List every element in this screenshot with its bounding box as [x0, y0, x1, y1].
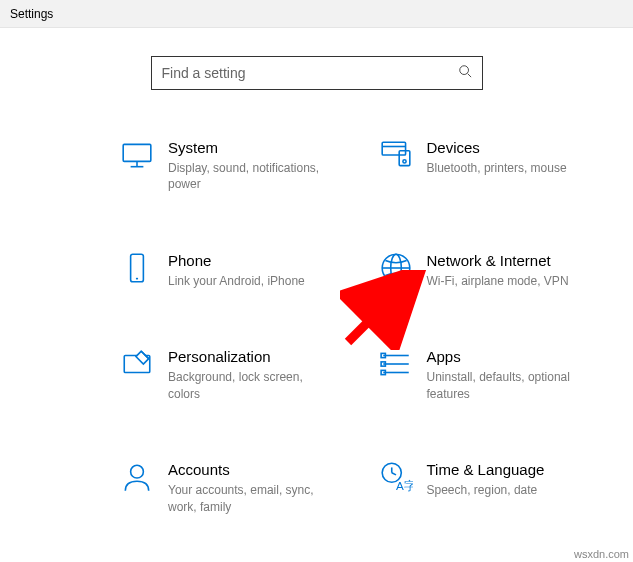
svg-text:A字: A字	[396, 479, 413, 492]
category-text: Network & Internet Wi-Fi, airplane mode,…	[427, 251, 569, 289]
title-bar: Settings	[0, 0, 633, 28]
devices-icon	[379, 138, 413, 172]
apps-icon	[379, 347, 413, 381]
category-text: Time & Language Speech, region, date	[427, 460, 545, 515]
category-phone[interactable]: Phone Link your Android, iPhone	[120, 251, 339, 289]
svg-rect-9	[131, 254, 144, 282]
category-text: Phone Link your Android, iPhone	[168, 251, 305, 289]
phone-icon	[120, 251, 154, 285]
category-desc: Bluetooth, printers, mouse	[427, 160, 567, 177]
search-input[interactable]	[152, 65, 448, 81]
category-desc: Wi-Fi, airplane mode, VPN	[427, 273, 569, 290]
category-devices[interactable]: Devices Bluetooth, printers, mouse	[379, 138, 598, 193]
category-text: Personalization Background, lock screen,…	[168, 347, 328, 402]
category-apps[interactable]: Apps Uninstall, defaults, optional featu…	[379, 347, 598, 402]
category-text: System Display, sound, notifications, po…	[168, 138, 328, 193]
category-time[interactable]: A字 Time & Language Speech, region, date	[379, 460, 598, 515]
svg-line-25	[391, 473, 395, 475]
svg-rect-5	[382, 142, 405, 155]
categories-grid: System Display, sound, notifications, po…	[0, 138, 633, 516]
category-accounts[interactable]: Accounts Your accounts, email, sync, wor…	[120, 460, 339, 515]
search-container	[0, 56, 633, 90]
category-personalization[interactable]: Personalization Background, lock screen,…	[120, 347, 339, 402]
category-desc: Background, lock screen, colors	[168, 369, 328, 403]
category-title: Devices	[427, 138, 567, 158]
time-language-icon: A字	[379, 460, 413, 494]
search-icon	[448, 64, 482, 82]
category-system[interactable]: System Display, sound, notifications, po…	[120, 138, 339, 193]
category-desc: Link your Android, iPhone	[168, 273, 305, 290]
category-text: Accounts Your accounts, email, sync, wor…	[168, 460, 328, 515]
category-title: Accounts	[168, 460, 328, 480]
category-desc: Speech, region, date	[427, 482, 545, 499]
category-title: System	[168, 138, 328, 158]
category-title: Network & Internet	[427, 251, 569, 271]
globe-icon	[379, 251, 413, 285]
category-network[interactable]: Network & Internet Wi-Fi, airplane mode,…	[379, 251, 598, 289]
category-text: Apps Uninstall, defaults, optional featu…	[427, 347, 587, 402]
category-title: Apps	[427, 347, 587, 367]
svg-rect-2	[123, 144, 151, 161]
category-desc: Your accounts, email, sync, work, family	[168, 482, 328, 516]
accounts-icon	[120, 460, 154, 494]
window-title: Settings	[10, 7, 53, 21]
watermark: wsxdn.com	[574, 548, 629, 560]
category-title: Time & Language	[427, 460, 545, 480]
system-icon	[120, 138, 154, 172]
category-title: Personalization	[168, 347, 328, 367]
svg-point-8	[402, 160, 405, 163]
category-title: Phone	[168, 251, 305, 271]
category-text: Devices Bluetooth, printers, mouse	[427, 138, 567, 193]
search-box[interactable]	[151, 56, 483, 90]
svg-line-1	[467, 74, 471, 78]
svg-point-22	[131, 466, 144, 479]
personalization-icon	[120, 347, 154, 381]
category-desc: Uninstall, defaults, optional features	[427, 369, 587, 403]
svg-point-0	[459, 66, 468, 75]
category-desc: Display, sound, notifications, power	[168, 160, 328, 194]
